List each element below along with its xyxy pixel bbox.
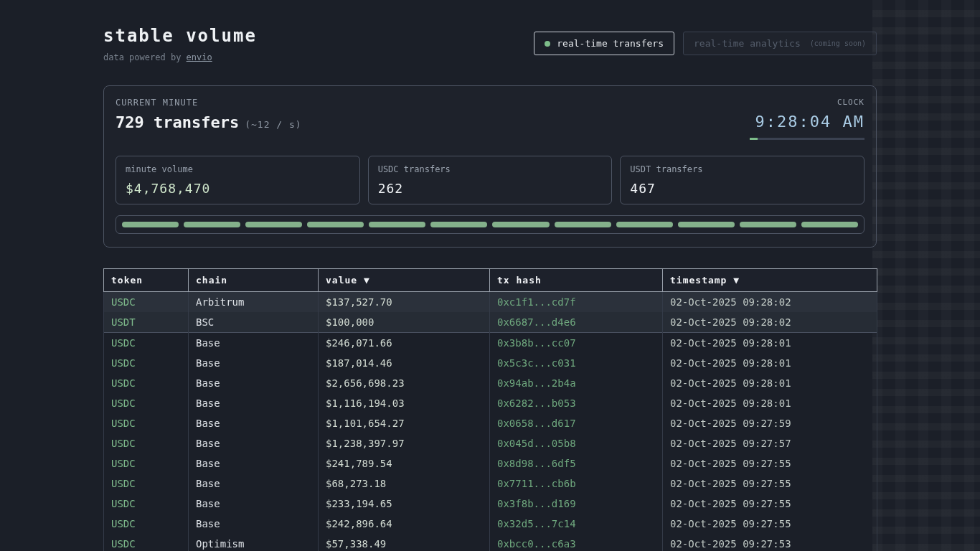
- table-row: USDCBase$246,071.660x3b8b...cc0702-Oct-2…: [104, 333, 877, 354]
- progress-segment: [616, 222, 673, 227]
- stat-minute-volume: minute volume $4,768,470: [116, 156, 360, 204]
- cell-timestamp: 02-Oct-2025 09:27:55: [663, 494, 877, 514]
- cell-tx-hash[interactable]: 0x6282...b053: [490, 393, 663, 413]
- cell-chain: Base: [189, 453, 319, 474]
- transfers-table: token chain value ▼ tx hash timestamp ▼ …: [103, 268, 877, 551]
- minute-progress: [116, 215, 864, 234]
- cell-value: $187,014.46: [319, 353, 490, 373]
- stat-value: $4,768,470: [126, 181, 350, 196]
- table-row: USDCOptimism$57,338.490xbcc0...c6a302-Oc…: [104, 534, 877, 551]
- cell-value: $246,071.66: [319, 333, 490, 354]
- tab-real-time-transfers[interactable]: real-time transfers: [534, 32, 674, 55]
- title-block: stable volume data powered by envio: [103, 26, 257, 62]
- cell-value: $1,116,194.03: [319, 393, 490, 413]
- column-header-timestamp[interactable]: timestamp ▼: [663, 269, 877, 292]
- clock-progress-fill: [750, 138, 758, 140]
- cell-timestamp: 02-Oct-2025 09:27:53: [663, 534, 877, 551]
- table-row: USDCBase$2,656,698.230x94ab...2b4a02-Oct…: [104, 373, 877, 393]
- cell-chain: Base: [189, 514, 319, 534]
- cell-chain: BSC: [189, 312, 319, 333]
- cell-tx-hash[interactable]: 0x5c3c...c031: [490, 353, 663, 373]
- cell-tx-hash[interactable]: 0x8d98...6df5: [490, 453, 663, 474]
- clock-progress-bar: [750, 138, 864, 140]
- table-row: USDTBSC$100,0000x6687...d4e602-Oct-2025 …: [104, 312, 877, 333]
- coming-soon-badge: (coming soon): [810, 39, 866, 47]
- progress-segment: [184, 222, 240, 227]
- cell-value: $233,194.65: [319, 494, 490, 514]
- progress-segment: [307, 222, 364, 227]
- current-minute-panel: CURRENT MINUTE 729 transfers(~12 / s) CL…: [103, 85, 877, 248]
- cell-timestamp: 02-Oct-2025 09:27:55: [663, 514, 877, 534]
- table-row: USDCBase$187,014.460x5c3c...c03102-Oct-2…: [104, 353, 877, 373]
- progress-segment: [430, 222, 487, 227]
- transfer-count: 729 transfers(~12 / s): [116, 113, 302, 131]
- cell-chain: Base: [189, 373, 319, 393]
- panel-head: CURRENT MINUTE 729 transfers(~12 / s) CL…: [116, 98, 864, 140]
- cell-tx-hash[interactable]: 0x32d5...7c14: [490, 514, 663, 534]
- cell-chain: Base: [189, 474, 319, 494]
- stat-label: USDT transfers: [630, 164, 854, 174]
- cell-chain: Base: [189, 433, 319, 453]
- cell-value: $68,273.18: [319, 474, 490, 494]
- cell-tx-hash[interactable]: 0x7711...cb6b: [490, 474, 663, 494]
- cell-timestamp: 02-Oct-2025 09:28:01: [663, 373, 877, 393]
- cell-timestamp: 02-Oct-2025 09:28:01: [663, 333, 877, 354]
- cell-tx-hash[interactable]: 0x3b8b...cc07: [490, 333, 663, 354]
- transfer-rate: (~12 / s): [245, 119, 301, 130]
- stat-label: minute volume: [126, 164, 350, 174]
- cell-chain: Base: [189, 393, 319, 413]
- cell-value: $57,338.49: [319, 534, 490, 551]
- column-header-token[interactable]: token: [104, 269, 189, 292]
- cell-tx-hash[interactable]: 0x0658...d617: [490, 413, 663, 433]
- tab-analytics-label: real-time analytics: [694, 38, 801, 49]
- cell-timestamp: 02-Oct-2025 09:27:55: [663, 453, 877, 474]
- column-header-value[interactable]: value ▼: [319, 269, 490, 292]
- cell-token: USDC: [104, 353, 189, 373]
- cell-token: USDC: [104, 413, 189, 433]
- cell-value: $100,000: [319, 312, 490, 333]
- page-title: stable volume: [103, 26, 257, 46]
- cell-value: $2,656,698.23: [319, 373, 490, 393]
- progress-segment: [678, 222, 735, 227]
- table-row: USDCBase$68,273.180x7711...cb6b02-Oct-20…: [104, 474, 877, 494]
- table-row: USDCBase$242,896.640x32d5...7c1402-Oct-2…: [104, 514, 877, 534]
- progress-segment: [122, 222, 179, 227]
- cell-value: $241,789.54: [319, 453, 490, 474]
- current-minute-label: CURRENT MINUTE: [116, 98, 302, 108]
- cell-tx-hash[interactable]: 0x3f8b...d169: [490, 494, 663, 514]
- cell-tx-hash[interactable]: 0x045d...05b8: [490, 433, 663, 453]
- cell-tx-hash[interactable]: 0x94ab...2b4a: [490, 373, 663, 393]
- transfer-summary: CURRENT MINUTE 729 transfers(~12 / s): [116, 98, 302, 131]
- cell-token: USDC: [104, 433, 189, 453]
- cell-timestamp: 02-Oct-2025 09:28:01: [663, 353, 877, 373]
- cell-value: $1,101,654.27: [319, 413, 490, 433]
- cell-token: USDT: [104, 312, 189, 333]
- clock-time: 9:28:04 AM: [750, 113, 864, 131]
- cell-timestamp: 02-Oct-2025 09:27:59: [663, 413, 877, 433]
- cell-tx-hash[interactable]: 0xbcc0...c6a3: [490, 534, 663, 551]
- column-header-tx-hash[interactable]: tx hash: [490, 269, 663, 292]
- cell-token: USDC: [104, 514, 189, 534]
- column-header-chain[interactable]: chain: [189, 269, 319, 292]
- cell-token: USDC: [104, 494, 189, 514]
- cell-chain: Base: [189, 413, 319, 433]
- tab-transfers-label: real-time transfers: [557, 38, 664, 49]
- stat-usdt-transfers: USDT transfers 467: [620, 156, 864, 204]
- progress-segment: [492, 222, 549, 227]
- table-row: USDCBase$1,238,397.970x045d...05b802-Oct…: [104, 433, 877, 453]
- cell-value: $1,238,397.97: [319, 433, 490, 453]
- tabs: real-time transfers real-time analytics …: [534, 32, 877, 55]
- cell-chain: Arbitrum: [189, 292, 319, 313]
- cell-token: USDC: [104, 393, 189, 413]
- transfer-count-value: 729 transfers: [116, 113, 239, 131]
- stat-label: USDC transfers: [378, 164, 603, 174]
- stats-row: minute volume $4,768,470 USDC transfers …: [116, 156, 864, 204]
- page-container: stable volume data powered by envio real…: [103, 0, 877, 551]
- cell-tx-hash[interactable]: 0xc1f1...cd7f: [490, 292, 663, 313]
- cell-tx-hash[interactable]: 0x6687...d4e6: [490, 312, 663, 333]
- envio-link[interactable]: envio: [187, 52, 212, 62]
- cell-timestamp: 02-Oct-2025 09:27:57: [663, 433, 877, 453]
- cell-token: USDC: [104, 474, 189, 494]
- tab-real-time-analytics[interactable]: real-time analytics (coming soon): [683, 32, 877, 55]
- cell-value: $137,527.70: [319, 292, 490, 313]
